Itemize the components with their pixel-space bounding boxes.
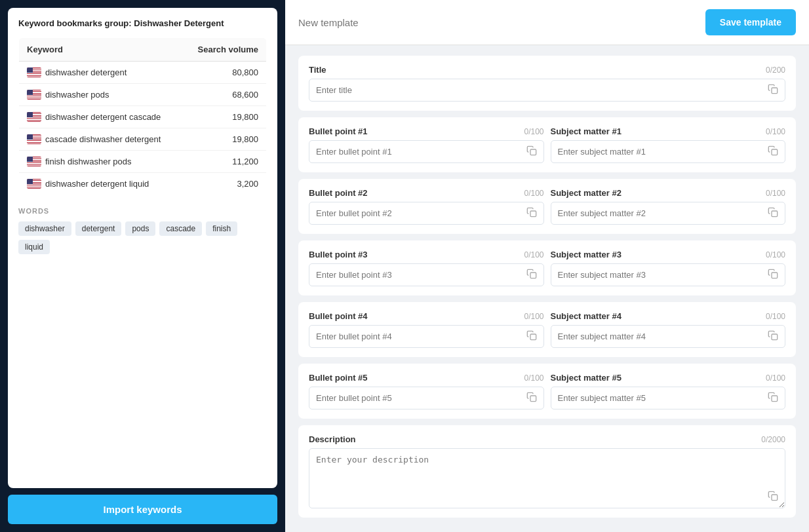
bp-count-5: 0/100 [524,373,543,383]
bp-input-wrap-5 [309,387,544,409]
bp-label-5: Bullet point #5 [309,373,368,383]
flag-us-icon [27,157,41,166]
import-keywords-button[interactable]: Import keywords [8,495,277,524]
title-input-wrap [309,79,785,102]
svg-rect-5 [530,273,536,278]
sm-label-5: Subject matter #5 [551,373,622,383]
sm-copy-icon-2[interactable] [768,207,779,219]
sm-header-3: Subject matter #3 0/100 [551,250,786,259]
volume-text: 68,600 [183,84,267,106]
bullet-points-container: Bullet point #1 0/100 [298,117,796,425]
bp-copy-icon-4[interactable] [526,330,538,342]
bp-input-wrap-2 [309,202,544,225]
sm-copy-icon-3[interactable] [768,269,779,280]
sm-label-1: Subject matter #1 [551,126,622,136]
sm-header-4: Subject matter #4 0/100 [551,311,786,321]
bullet-point-section-1: Bullet point #1 0/100 [298,117,796,172]
sm-group-1: Subject matter #1 0/100 [551,126,786,163]
bp-input-wrap-4 [309,325,544,348]
group-label-text: Keyword bookmarks group: [18,18,132,28]
word-tag[interactable]: detergent [75,221,122,236]
bp-input-4[interactable] [309,326,543,347]
sm-input-2[interactable] [551,202,785,224]
description-section: Description 0/2000 [298,425,796,518]
title-copy-icon[interactable] [768,84,779,96]
description-count: 0/2000 [761,435,785,444]
title-section: Title 0/200 [298,56,796,111]
table-row: dishwasher detergent 80,800 [19,62,267,84]
sm-group-5: Subject matter #5 0/100 [551,373,786,409]
title-label: Title [309,65,326,75]
bp-copy-icon-1[interactable] [526,145,538,157]
bp-copy-icon-5[interactable] [526,392,538,404]
sm-copy-icon-4[interactable] [768,330,779,342]
bullet-point-section-5: Bullet point #5 0/100 [298,364,796,419]
bullet-point-section-3: Bullet point #3 0/100 [298,240,796,295]
sm-label-3: Subject matter #3 [551,250,622,259]
sm-group-2: Subject matter #2 0/100 [551,188,786,225]
words-tags: dishwasherdetergentpodscascadefinishliqu… [18,221,267,254]
sm-input-4[interactable] [551,326,785,347]
svg-rect-8 [772,334,778,340]
svg-rect-1 [530,149,536,155]
table-row: cascade dishwasher detergent 19,800 [19,128,267,151]
bp-header-3: Bullet point #3 0/100 [309,250,544,259]
bp-input-1[interactable] [309,141,543,162]
bp-count-4: 0/100 [524,312,543,321]
word-tag[interactable]: liquid [18,240,50,254]
sm-header-5: Subject matter #5 0/100 [551,373,786,383]
bp-copy-icon-3[interactable] [526,269,538,280]
description-textarea[interactable] [309,449,785,508]
sm-count-5: 0/100 [766,373,785,383]
word-tag[interactable]: cascade [159,221,202,236]
bp-input-2[interactable] [309,202,543,224]
flag-us-icon [27,67,41,77]
sm-input-wrap-3 [551,263,786,286]
sm-input-1[interactable] [551,141,785,162]
word-tag[interactable]: dishwasher [18,221,71,236]
svg-rect-0 [772,88,778,94]
sm-count-2: 0/100 [766,189,785,198]
table-row: finish dishwasher pods 11,200 [19,151,267,173]
word-tag[interactable]: finish [206,221,237,236]
bp-copy-icon-2[interactable] [526,207,538,219]
sm-header-2: Subject matter #2 0/100 [551,188,786,198]
template-name-input[interactable] [298,17,705,28]
sm-copy-icon-1[interactable] [768,145,779,157]
table-row: dishwasher detergent cascade 19,800 [19,106,267,128]
flag-us-icon [27,90,41,100]
bp-header-5: Bullet point #5 0/100 [309,373,544,383]
bp-group-4: Bullet point #4 0/100 [309,311,544,348]
description-copy-icon[interactable] [768,491,779,503]
words-label: WORDS [18,207,267,215]
title-input[interactable] [309,79,785,101]
bp-input-5[interactable] [309,387,543,409]
bullet-row-5: Bullet point #5 0/100 [309,373,785,409]
right-content: Title 0/200 Bullet point #1 0 [285,45,809,532]
keyword-text: dishwasher detergent liquid [45,179,149,189]
bp-header-1: Bullet point #1 0/100 [309,126,544,136]
sm-input-wrap-2 [551,202,786,225]
bullet-point-section-4: Bullet point #4 0/100 [298,302,796,357]
sm-header-1: Subject matter #1 0/100 [551,126,786,136]
sm-copy-icon-5[interactable] [768,392,779,404]
group-label: Keyword bookmarks group: Dishwasher Dete… [18,18,267,28]
sm-count-1: 0/100 [766,127,785,136]
volume-text: 3,200 [183,173,267,195]
svg-rect-6 [772,273,778,278]
description-label: Description [309,434,356,444]
svg-rect-2 [772,149,778,155]
sm-input-3[interactable] [551,264,785,286]
save-template-button[interactable]: Save template [705,9,796,35]
sm-count-3: 0/100 [766,250,785,259]
word-tag[interactable]: pods [125,221,155,236]
description-input-wrap [309,448,785,508]
bp-input-3[interactable] [309,264,543,286]
svg-rect-10 [772,396,778,402]
bullet-row-2: Bullet point #2 0/100 [309,188,785,225]
bullet-row-3: Bullet point #3 0/100 [309,250,785,286]
volume-text: 11,200 [183,151,267,173]
col-volume: Search volume [183,38,267,62]
sm-input-5[interactable] [551,387,785,409]
description-field-header: Description 0/2000 [309,434,785,444]
